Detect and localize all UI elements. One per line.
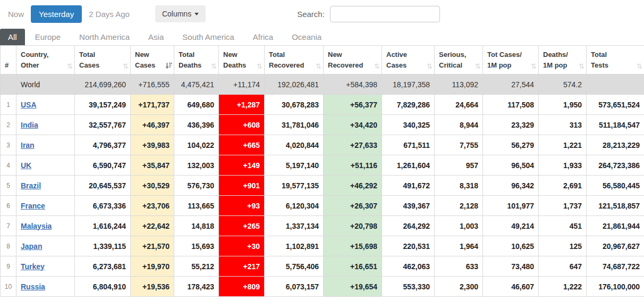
cell-total-tests: 176,100,000 <box>587 277 644 297</box>
cell-deaths-1m: 2,691 <box>539 176 587 196</box>
tab-asia[interactable]: Asia <box>140 29 172 45</box>
cell-serious-critical: 1,964 <box>435 236 483 256</box>
col-header-new-recovered[interactable]: NewRecovered⇅ <box>324 46 382 74</box>
cell-total-deaths: 104,022 <box>174 135 219 155</box>
country-link[interactable]: India <box>21 121 38 129</box>
country-link[interactable]: USA <box>21 101 37 109</box>
toolbar: Now Yesterday 2 Days Ago Columns Search: <box>0 0 644 28</box>
cell-new-recovered: +584,398 <box>324 74 382 95</box>
cell-rank: 4 <box>1 155 16 176</box>
cell-new-deaths: +30 <box>219 236 265 256</box>
two-days-ago-button[interactable]: 2 Days Ago <box>89 10 130 19</box>
cell-new-cases: +19,970 <box>131 256 174 277</box>
cell-serious-critical: 24,664 <box>435 95 483 115</box>
cell-new-deaths: +93 <box>219 196 265 216</box>
cell-total-deaths: 436,396 <box>174 115 219 135</box>
cell-total-cases: 1,616,244 <box>75 216 131 236</box>
cell-rank <box>1 74 16 95</box>
cell-total-deaths: 113,665 <box>174 196 219 216</box>
country-link[interactable]: Iran <box>21 141 35 149</box>
search-label: Search: <box>297 10 325 19</box>
cell-total-deaths: 15,693 <box>174 236 219 256</box>
col-header-total-tests[interactable]: TotalTests⇅ <box>587 46 644 74</box>
columns-dropdown-button[interactable]: Columns <box>155 5 206 22</box>
table-row-turkey: 9Turkey6,273,681+19,97055,212+2175,756,4… <box>1 256 644 277</box>
cell-total-cases: 4,796,377 <box>75 135 131 155</box>
sort-icon: ⇅ <box>123 63 129 70</box>
cell-serious-critical: 2,300 <box>435 277 483 297</box>
table-row-usa: 1USA39,157,249+171,737649,680+1,28730,67… <box>1 95 644 115</box>
cell-total-recovered: 1,337,134 <box>265 216 324 236</box>
tab-oceania[interactable]: Oceania <box>283 29 330 45</box>
cell-tot-cases-1m: 27,544 <box>483 74 539 95</box>
col-header-label: TotalTests <box>591 49 641 70</box>
country-link[interactable]: Japan <box>21 242 42 251</box>
country-link[interactable]: Turkey <box>21 262 45 271</box>
cell-total-tests: 121,518,857 <box>587 196 644 216</box>
cell-serious-critical: 113,092 <box>435 74 483 95</box>
yesterday-button[interactable]: Yesterday <box>31 5 82 23</box>
sort-icon: ⇅ <box>531 63 537 70</box>
col-header-new-cases[interactable]: NewCases <box>131 46 174 74</box>
cell-total-tests: 28,213,229 <box>587 135 644 155</box>
col-header-country[interactable]: Country,Other⇅ <box>16 46 75 74</box>
cell-total-deaths: 132,003 <box>174 155 219 176</box>
cell-country: USA <box>16 95 75 115</box>
cell-deaths-1m: 647 <box>539 256 587 277</box>
col-header-label: NewRecovered <box>328 49 379 70</box>
country-link[interactable]: Brazil <box>21 181 41 190</box>
col-header-tot-cases-1m[interactable]: Tot Cases/1M pop⇅ <box>483 46 539 74</box>
cell-total-tests: 573,651,524 <box>587 95 644 115</box>
country-link[interactable]: Malaysia <box>21 222 52 230</box>
cell-total-recovered: 5,197,140 <box>265 155 324 176</box>
col-header-rank[interactable]: # <box>1 46 16 74</box>
cell-new-recovered: +16,651 <box>324 256 382 277</box>
cell-tot-cases-1m: 96,504 <box>483 155 539 176</box>
col-header-deaths-1m[interactable]: Deaths/1M pop⇅ <box>539 46 587 74</box>
tab-south-america[interactable]: South America <box>174 29 243 45</box>
cell-deaths-1m: 1,221 <box>539 135 587 155</box>
cell-serious-critical: 1,003 <box>435 216 483 236</box>
col-header-total-deaths[interactable]: TotalDeaths⇅ <box>174 46 219 74</box>
cell-new-cases: +171,737 <box>131 95 174 115</box>
sort-desc-icon <box>165 62 172 69</box>
col-header-total-recovered[interactable]: TotalRecovered⇅ <box>265 46 324 74</box>
cell-new-recovered: +51,116 <box>324 155 382 176</box>
cell-country: Iran <box>16 135 75 155</box>
cell-rank: 3 <box>1 135 16 155</box>
tab-all[interactable]: All <box>0 29 25 45</box>
col-header-active-cases[interactable]: ActiveCases⇅ <box>382 46 435 74</box>
col-header-serious-critical[interactable]: Serious,Critical⇅ <box>435 46 483 74</box>
col-header-label: TotalCases <box>79 49 128 70</box>
cell-new-recovered: +27,633 <box>324 135 382 155</box>
cell-deaths-1m: 313 <box>539 115 587 135</box>
cell-total-recovered: 4,020,844 <box>265 135 324 155</box>
cell-total-cases: 214,699,260 <box>75 74 131 95</box>
now-button[interactable]: Now <box>8 10 24 19</box>
cell-tot-cases-1m: 23,329 <box>483 115 539 135</box>
table-row-france: 6France6,673,336+23,706113,665+936,120,3… <box>1 196 644 216</box>
cell-active-cases: 462,063 <box>382 256 435 277</box>
cell-new-deaths: +265 <box>219 216 265 236</box>
tab-europe[interactable]: Europe <box>27 29 69 45</box>
cell-active-cases: 439,367 <box>382 196 435 216</box>
cell-deaths-1m: 125 <box>539 236 587 256</box>
cell-new-cases: +35,847 <box>131 155 174 176</box>
country-link[interactable]: UK <box>21 161 31 170</box>
table-row-russia: 10Russia6,804,910+19,536178,423+8096,073… <box>1 277 644 297</box>
country-link[interactable]: France <box>21 202 45 210</box>
tab-north-america[interactable]: North America <box>71 29 138 45</box>
cell-new-cases: +39,983 <box>131 135 174 155</box>
cell-total-recovered: 30,678,283 <box>265 95 324 115</box>
cell-deaths-1m: 1,950 <box>539 95 587 115</box>
col-header-new-deaths[interactable]: NewDeaths⇅ <box>219 46 265 74</box>
tab-africa[interactable]: Africa <box>244 29 282 45</box>
col-header-total-cases[interactable]: TotalCases⇅ <box>75 46 131 74</box>
cell-active-cases: 18,197,358 <box>382 74 435 95</box>
col-header-label: Tot Cases/1M pop <box>487 49 536 70</box>
country-link[interactable]: Russia <box>21 282 45 291</box>
search-input[interactable] <box>330 6 440 22</box>
cell-new-cases: +21,570 <box>131 236 174 256</box>
cell-new-cases: +716,555 <box>131 74 174 95</box>
cell-new-cases: +19,536 <box>131 277 174 297</box>
